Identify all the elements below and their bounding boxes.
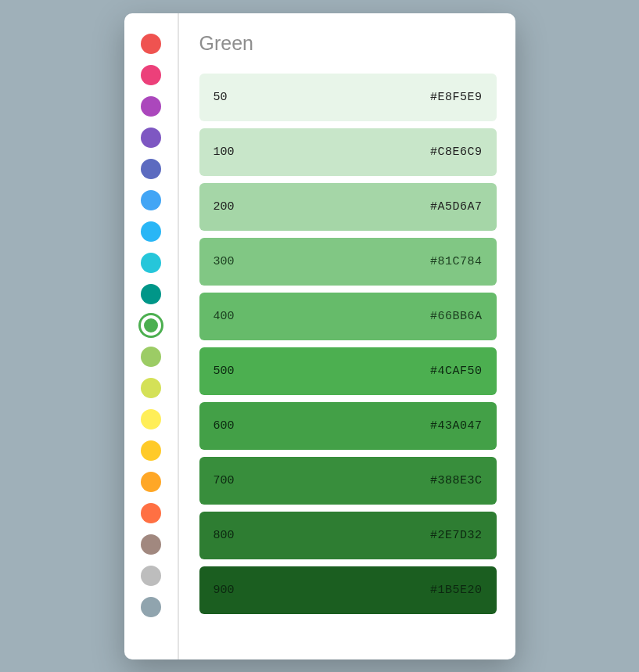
shade-hex: #A5D6A7 (430, 200, 483, 214)
shade-row-600[interactable]: 600#43A047 (199, 402, 497, 450)
shade-name: 400 (214, 310, 235, 323)
shade-hex: #66BB6A (430, 310, 483, 323)
swatch-green[interactable] (144, 318, 158, 332)
swatch-deep-purple[interactable] (141, 128, 161, 148)
swatch-lime[interactable] (141, 378, 161, 398)
swatch-brown[interactable] (141, 534, 161, 555)
shade-hex: #4CAF50 (430, 365, 483, 378)
swatch-blue[interactable] (141, 190, 161, 210)
swatch-indigo[interactable] (141, 159, 161, 179)
swatch-orange[interactable] (141, 472, 161, 492)
shade-list: 50#E8F5E9100#C8E6C9200#A5D6A7300#81C7844… (199, 74, 497, 614)
shade-row-900[interactable]: 900#1B5E20 (199, 566, 497, 614)
shade-name: 200 (214, 200, 235, 214)
shade-name: 100 (214, 146, 235, 159)
shade-name: 50 (214, 91, 228, 104)
shade-hex: #81C784 (430, 255, 483, 268)
shade-name: 800 (214, 529, 235, 542)
swatch-light-green[interactable] (141, 347, 161, 367)
palette-main: Green 50#E8F5E9100#C8E6C9200#A5D6A7300#8… (179, 13, 515, 659)
palette-card: Green 50#E8F5E9100#C8E6C9200#A5D6A7300#8… (124, 13, 515, 659)
swatch-amber[interactable] (141, 440, 161, 461)
shade-row-400[interactable]: 400#66BB6A (199, 293, 497, 340)
shade-row-800[interactable]: 800#2E7D32 (199, 512, 497, 559)
shade-hex: #1B5E20 (430, 584, 483, 597)
shade-name: 700 (214, 474, 235, 487)
shade-row-700[interactable]: 700#388E3C (199, 457, 497, 505)
swatch-cyan[interactable] (141, 253, 161, 273)
shade-hex: #E8F5E9 (430, 91, 483, 104)
swatch-pink[interactable] (141, 65, 161, 85)
shade-row-50[interactable]: 50#E8F5E9 (199, 74, 497, 121)
shade-name: 500 (214, 365, 235, 378)
swatch-grey[interactable] (141, 566, 161, 586)
shade-hex: #C8E6C9 (430, 146, 483, 159)
swatch-teal[interactable] (141, 284, 161, 304)
shade-name: 600 (214, 419, 235, 433)
shade-row-300[interactable]: 300#81C784 (199, 238, 497, 286)
swatch-red[interactable] (141, 34, 161, 54)
shade-row-500[interactable]: 500#4CAF50 (199, 347, 497, 395)
shade-hex: #2E7D32 (430, 529, 483, 542)
shade-row-200[interactable]: 200#A5D6A7 (199, 183, 497, 231)
swatch-light-blue[interactable] (141, 221, 161, 242)
shade-row-100[interactable]: 100#C8E6C9 (199, 128, 497, 176)
shade-hex: #388E3C (430, 474, 483, 487)
swatch-deep-orange[interactable] (141, 503, 161, 523)
swatch-purple[interactable] (141, 96, 161, 117)
shade-name: 300 (214, 255, 235, 268)
page-title: Green (199, 32, 497, 55)
color-family-sidebar (124, 13, 179, 659)
shade-hex: #43A047 (430, 419, 483, 433)
shade-name: 900 (214, 584, 235, 597)
swatch-blue-grey[interactable] (141, 597, 161, 617)
swatch-yellow[interactable] (141, 409, 161, 429)
